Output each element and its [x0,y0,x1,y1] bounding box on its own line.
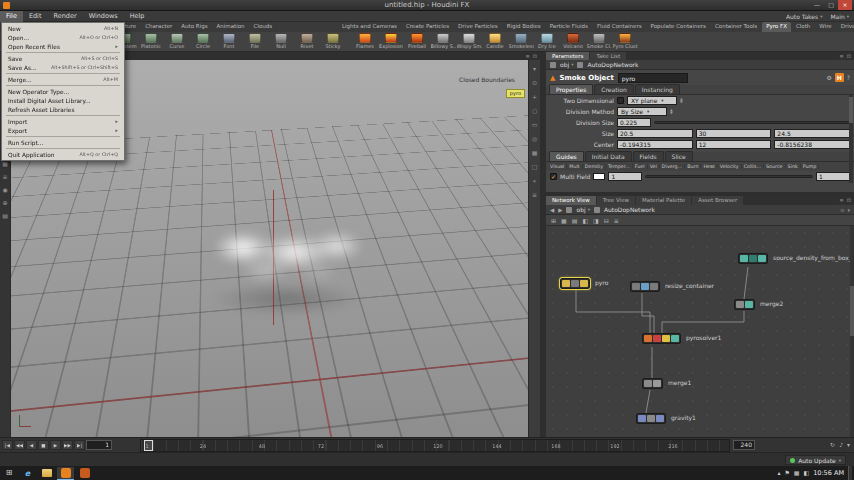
menu-windows[interactable]: Windows [83,11,124,22]
tab-material-palette[interactable]: Material Palette [636,196,691,205]
file-menu-item-import[interactable]: Import▸ [3,117,123,126]
scrollbar-thumb[interactable] [850,286,854,336]
play-button[interactable]: ▶ [50,440,61,450]
file-menu-item-save[interactable]: SaveAlt+S or Ctrl+S [3,54,123,63]
prev-keyframe-button[interactable]: ◀◀ [14,440,25,450]
taskbar-clock[interactable]: 10:56 AM [813,469,844,477]
loop-mode-icon[interactable]: ↻ [830,440,835,450]
gear-icon[interactable]: ⚙ [826,74,831,81]
shelf-tab-drive-particles[interactable]: Drive Particles [454,22,502,32]
close-button[interactable]: × [838,0,852,10]
node-shapes-icon[interactable]: ▦ [561,217,567,224]
node-pyrosolver1[interactable] [642,333,681,344]
next-keyframe-button[interactable]: ▶▶ [62,440,73,450]
camera-icon[interactable]: ◎ [530,134,539,143]
spinner-icon[interactable]: ▲▼ [680,98,683,104]
zoom-view-icon[interactable]: ○ [530,106,539,115]
pin-icon[interactable]: ⊙ [840,206,844,214]
tray-volume-icon[interactable]: ◧ [803,466,809,480]
shelf-tool-dry-ice[interactable]: Dry Ice [534,32,560,49]
shelf-tab-clouds[interactable]: Clouds [250,22,277,32]
crosshair-icon[interactable]: ⌖ [530,176,539,185]
jump-start-button[interactable]: |◀ [2,440,13,450]
shelf-tool-smoke-cl[interactable]: Smoke Cl... [586,32,612,49]
network-path[interactable]: AutoDopNetwork [587,61,638,68]
pane-maximize-icon[interactable]: ⊡ [533,52,537,60]
context-selector[interactable]: obj ▾ [576,206,589,213]
pane-menu-icon[interactable]: ≡ [840,52,844,60]
shelf-tab-drive-simulation[interactable]: Drive Simulation [837,22,854,32]
network-scrollbar[interactable] [850,226,854,437]
shelf-tool-font[interactable]: Font [216,32,242,49]
shelf-tool-rivet[interactable]: Rivet [294,32,320,49]
size-x-field[interactable]: 20.5 [617,129,693,138]
current-take-control[interactable]: Main ▾ [830,13,849,20]
tray-flag-icon[interactable]: ⚑ [784,466,789,480]
center-x-field[interactable]: -0.194315 [617,140,693,149]
start-button[interactable]: ⊞ [0,466,18,480]
taskbar-ie-icon[interactable]: e [19,467,36,480]
file-menu-item-refresh-asset-libraries[interactable]: Refresh Asset Libraries [3,105,123,114]
shelf-tool-pyro-clust[interactable]: Pyro Clust... [612,32,638,49]
display-flags-icon[interactable]: ⊞ [551,217,556,224]
menu-help[interactable]: Help [124,11,151,22]
file-menu-item-open-recent-files[interactable]: Open Recent Files▸ [3,42,123,51]
overview-icon[interactable]: ◧ [582,217,588,224]
jump-end-button[interactable]: ▶| [74,440,85,450]
tab-guides[interactable]: Guides [549,151,584,161]
node-source-density-from-box-obj[interactable] [738,253,768,264]
division-size-field[interactable]: 0.225 [617,118,651,127]
playbar-options-icon[interactable]: ▾ [847,440,850,450]
node-pyro[interactable] [560,278,590,289]
tab-fields[interactable]: Fields [633,151,664,161]
file-menu-item-export[interactable]: Export▸ [3,126,123,135]
two-dimensional-checkbox[interactable] [617,97,624,104]
options-icon[interactable]: ≡ [530,190,539,199]
center-y-field[interactable]: 12 [696,140,772,149]
shelf-tool-flames[interactable]: Flames [352,32,378,49]
update-mode-selector[interactable]: Auto Update ▾ [785,455,846,465]
file-menu-item-merge[interactable]: Merge...Alt+M [3,75,123,84]
tray-expand-icon[interactable]: ▴ [777,466,780,480]
shelf-tool-candle[interactable]: Candle [482,32,508,49]
tab-take-list[interactable]: Take List [590,52,626,60]
shelf-tool-sticky[interactable]: Sticky [320,32,346,49]
node-gravity1[interactable] [636,413,666,424]
merge-view-icon[interactable]: ⊕ [1,198,10,207]
shelf-tab-auto-rigs[interactable]: Auto Rigs [177,22,211,32]
badges-icon[interactable]: ▤ [572,217,578,224]
shelf-tool-curve[interactable]: Curve [164,32,190,49]
node-name-field[interactable]: pyro [618,73,688,83]
snapshot-icon[interactable]: □ [530,162,539,171]
multi-field-slider[interactable] [645,175,813,178]
shelf-tab-rigid-bodies[interactable]: Rigid Bodies [503,22,545,32]
pane-maximize-icon[interactable]: ⊡ [847,52,851,60]
taskbar-explorer-icon[interactable] [38,467,55,480]
pane-menu-icon[interactable]: ≡ [840,196,844,205]
end-frame-field[interactable]: 240 [733,440,755,450]
auto-takes-control[interactable]: Auto Takes ▾ [786,13,823,20]
tab-asset-browser[interactable]: Asset Browser [692,196,743,205]
file-menu-item-run-script[interactable]: Run Script... [3,138,123,147]
pane-maximize-icon[interactable]: ⊡ [847,196,851,205]
pan-view-icon[interactable]: + [530,92,539,101]
menu-edit[interactable]: Edit [23,11,48,22]
multi-field-color-swatch[interactable] [593,173,605,180]
file-menu-item-quit-application[interactable]: Quit ApplicationAlt+Q or Ctrl+Q [3,150,123,159]
file-menu-item-open[interactable]: Open...Alt+O or Ctrl+O [3,33,123,42]
shelf-tool-billowy-s[interactable]: Billowy S... [430,32,456,49]
multi-field-value-field[interactable]: 1 [608,172,642,181]
stop-button[interactable]: ■ [38,440,49,450]
shelf-tool-explosion[interactable]: Explosion [378,32,404,49]
layout-nodes-icon[interactable]: ⊟ [604,217,609,224]
taskbar-app2-icon[interactable] [76,467,93,480]
shelf-tool-circle[interactable]: Circle [190,32,216,49]
shelf-tab-cloth[interactable]: Cloth [792,22,814,32]
shelf-tab-pyro-fx[interactable]: Pyro FX [762,22,791,32]
display-options-icon[interactable]: ▦ [530,148,539,157]
minimize-button[interactable]: — [810,0,824,10]
node-merge1[interactable] [642,378,663,389]
shelf-tab-wire[interactable]: Wire [815,22,835,32]
node-merge2[interactable] [734,299,755,310]
network-editor[interactable]: source_density_from_box_objpyroresize_co… [546,226,854,437]
